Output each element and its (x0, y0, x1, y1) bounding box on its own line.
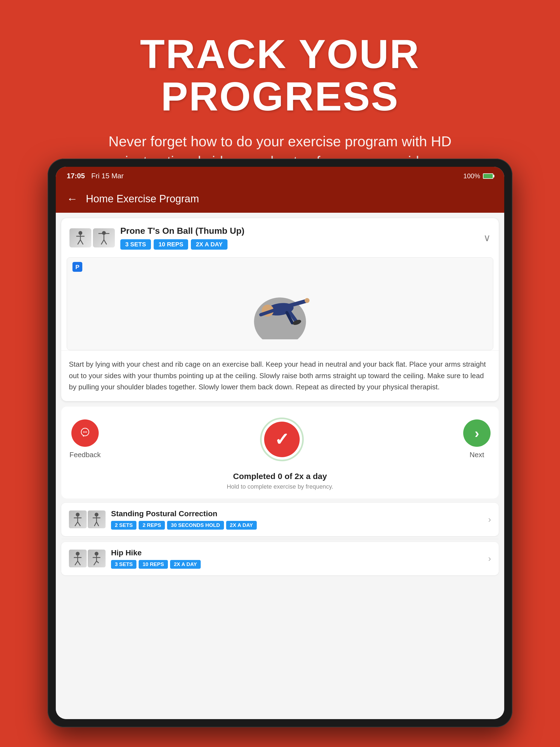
list-thumb-1b (88, 511, 105, 528)
list-tag-1-sets: 2 SETS (111, 521, 136, 530)
exercise-thumbnails (70, 228, 115, 248)
exercise-header[interactable]: Prone T's On Ball (Thumb Up) 3 SETS 10 R… (61, 218, 499, 257)
svg-line-3 (78, 240, 80, 244)
exercise-thumb-1 (70, 228, 91, 248)
status-date: Fri 15 Mar (91, 172, 124, 180)
tag-frequency: 2X A DAY (191, 239, 228, 250)
exercise-tags: 3 SETS 10 REPS 2X A DAY (120, 239, 483, 250)
list-item-1-chevron: › (488, 514, 491, 524)
action-section: Feedback ✓ (61, 407, 499, 498)
completed-text: Completed 0 of 2x a day (233, 472, 327, 481)
list-item-2-chevron: › (488, 553, 491, 564)
next-label: Next (469, 450, 484, 459)
svg-line-43 (94, 561, 97, 565)
svg-line-34 (97, 522, 99, 526)
list-tag-1-freq: 2X A DAY (226, 521, 257, 530)
complete-button-wrapper: ✓ (260, 417, 304, 461)
divider-1 (61, 539, 499, 539)
svg-line-28 (75, 522, 78, 526)
svg-line-4 (80, 240, 83, 244)
screen-content: Prone T's On Ball (Thumb Up) 3 SETS 10 R… (56, 213, 504, 719)
list-tag-2-sets: 3 SETS (111, 560, 136, 569)
tag-sets: 3 SETS (120, 239, 151, 250)
status-left: 17:05 Fri 15 Mar (67, 172, 124, 180)
exercise-description: Start by lying with your chest and rib c… (61, 350, 499, 401)
svg-point-30 (95, 513, 98, 516)
battery-text: 100% (463, 172, 480, 180)
completed-subtext: Hold to complete exercise by frequency. (227, 483, 333, 490)
list-item-2-thumbnails (69, 549, 105, 567)
list-item-2-left: Hip Hike 3 SETS 10 REPS 2X A DAY (69, 548, 201, 569)
list-tag-1-hold: 30 SECONDS HOLD (167, 521, 224, 530)
svg-point-23 (84, 432, 85, 433)
exercise-thumb-2 (93, 228, 115, 248)
svg-line-29 (78, 522, 80, 526)
exercise-name: Prone T's On Ball (Thumb Up) (120, 226, 483, 236)
svg-line-44 (97, 561, 99, 563)
action-buttons-row: Feedback ✓ (70, 417, 490, 461)
video-logo: P (73, 262, 82, 272)
exercise-card: Prone T's On Ball (Thumb Up) 3 SETS 10 R… (61, 218, 499, 401)
checkmark-icon: ✓ (275, 429, 289, 449)
svg-text:P: P (75, 264, 80, 271)
svg-point-22 (83, 432, 84, 433)
list-exercise-name-1: Standing Postural Correction (111, 509, 257, 518)
feedback-circle[interactable] (71, 419, 99, 447)
exercise-info: Prone T's On Ball (Thumb Up) 3 SETS 10 R… (120, 226, 483, 250)
list-thumb-2a (69, 549, 87, 567)
svg-point-40 (95, 552, 98, 556)
battery-icon (483, 173, 493, 179)
status-right: 100% (463, 172, 493, 180)
tag-reps: 10 REPS (154, 239, 188, 250)
svg-line-8 (101, 240, 104, 244)
list-item-1-info: Standing Postural Correction 2 SETS 2 RE… (111, 509, 257, 530)
app-header-title: Home Exercise Program (86, 193, 199, 205)
svg-point-25 (76, 513, 80, 516)
feedback-label: Feedback (70, 450, 101, 459)
video-area[interactable]: P (67, 257, 493, 350)
list-tag-2-freq: 2X A DAY (170, 560, 201, 569)
device-wrapper: 17:05 Fri 15 Mar 100% ← Home Exercise Pr… (48, 159, 512, 727)
list-item-1-left: Standing Postural Correction 2 SETS 2 RE… (69, 509, 257, 530)
status-time: 17:05 (67, 172, 85, 180)
svg-line-39 (78, 561, 80, 565)
svg-point-35 (76, 552, 80, 556)
list-exercise-name-2: Hip Hike (111, 548, 201, 557)
svg-point-16 (305, 298, 309, 303)
next-circle[interactable]: › (463, 419, 490, 447)
next-arrow-icon: › (475, 426, 479, 440)
tablet-screen: 17:05 Fri 15 Mar 100% ← Home Exercise Pr… (56, 167, 504, 719)
list-tag-2-reps: 10 REPS (138, 560, 168, 569)
status-bar: 17:05 Fri 15 Mar 100% (56, 167, 504, 185)
tablet-frame: 17:05 Fri 15 Mar 100% ← Home Exercise Pr… (48, 159, 512, 727)
complete-button[interactable]: ✓ (264, 422, 300, 457)
svg-point-0 (78, 231, 82, 235)
list-item-2-info: Hip Hike 3 SETS 10 REPS 2X A DAY (111, 548, 201, 569)
list-thumb-1a (69, 511, 87, 528)
list-tags-2: 3 SETS 10 REPS 2X A DAY (111, 560, 201, 569)
list-tags-1: 2 SETS 2 REPS 30 SECONDS HOLD 2X A DAY (111, 521, 257, 530)
list-tag-1-reps: 2 REPS (138, 521, 165, 530)
feedback-button[interactable]: Feedback (70, 419, 101, 459)
svg-point-24 (86, 432, 87, 433)
list-item-1-thumbnails (69, 511, 105, 528)
app-header: ← Home Exercise Program (56, 185, 504, 213)
next-button[interactable]: › Next (463, 419, 490, 459)
list-thumb-2b (88, 549, 105, 567)
feedback-icon (78, 426, 92, 440)
hero-title: TRACK YOUR PROGRESS (22, 33, 538, 118)
exercise-expand-icon[interactable]: ∨ (483, 232, 490, 243)
complete-ring: ✓ (260, 417, 304, 461)
list-item-2[interactable]: Hip Hike 3 SETS 10 REPS 2X A DAY › (61, 542, 499, 575)
svg-line-9 (104, 240, 107, 244)
list-item-1[interactable]: Standing Postural Correction 2 SETS 2 RE… (61, 503, 499, 536)
back-button[interactable]: ← (67, 193, 78, 205)
svg-point-5 (102, 231, 106, 235)
exercise-illustration (228, 268, 332, 339)
svg-line-38 (75, 561, 78, 565)
svg-line-33 (94, 522, 97, 526)
